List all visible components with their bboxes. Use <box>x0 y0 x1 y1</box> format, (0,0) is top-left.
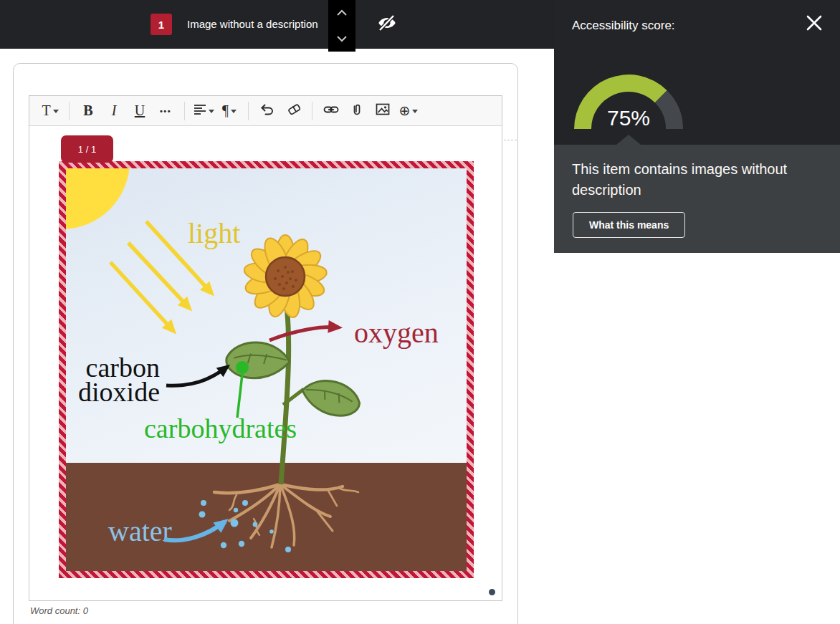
insert-more-button[interactable]: ⊕ <box>396 99 421 123</box>
toolbar-divider <box>248 102 249 120</box>
align-button[interactable] <box>191 99 216 123</box>
underline-icon: U <box>135 102 145 119</box>
message-notch <box>616 135 641 145</box>
paragraph-icon: ¶ <box>222 102 229 119</box>
close-icon <box>805 14 824 35</box>
chevron-down-icon <box>209 110 214 113</box>
chevron-down-icon <box>336 32 348 45</box>
close-button[interactable] <box>801 11 827 37</box>
bold-button[interactable]: B <box>76 99 100 123</box>
link-icon <box>323 104 339 118</box>
text-style-button[interactable]: T <box>38 99 62 123</box>
more-formatting-button[interactable]: ••• <box>153 99 178 123</box>
photosynthesis-diagram: light <box>66 168 467 571</box>
issue-position-badge: 1 / 1 <box>61 135 113 163</box>
underline-button[interactable]: U <box>128 99 152 123</box>
text-style-icon: T <box>42 102 50 119</box>
light-label: light <box>188 217 240 249</box>
carbohydrates-label: carbohydrates <box>144 413 297 443</box>
what-this-means-button[interactable]: What this means <box>573 212 685 238</box>
issue-message: This item contains images without descri… <box>572 159 816 201</box>
italic-icon: I <box>112 102 117 119</box>
diagram-canvas: light <box>66 168 467 571</box>
left-leaf <box>224 337 291 382</box>
stem <box>281 296 289 484</box>
hide-issues-button[interactable] <box>374 12 400 37</box>
insert-image-button[interactable] <box>371 99 395 123</box>
image-icon <box>376 103 390 118</box>
insert-link-button[interactable] <box>319 99 343 123</box>
eye-slash-icon <box>376 14 398 35</box>
align-left-icon <box>194 104 206 118</box>
issue-count-badge: 1 <box>151 14 172 35</box>
attach-file-button[interactable] <box>345 99 369 123</box>
issue-nav <box>328 0 355 52</box>
water-label: water <box>108 515 172 547</box>
oxygen-label: oxygen <box>354 317 439 349</box>
toolbar-divider <box>312 102 312 120</box>
previous-issue-button[interactable] <box>328 0 355 26</box>
editor-toolbar: T B I U ••• ¶ <box>29 96 502 126</box>
carbon-dioxide-label-2: dioxide <box>78 377 160 407</box>
rich-text-editor[interactable]: T B I U ••• ¶ <box>29 95 502 601</box>
sunflower <box>243 235 328 320</box>
toolbar-divider <box>69 102 70 120</box>
carbohydrates-line <box>237 374 242 418</box>
bold-icon: B <box>83 102 92 119</box>
chevron-down-icon <box>53 110 59 113</box>
right-leaf <box>298 370 365 424</box>
eraser-icon <box>286 103 300 119</box>
chevron-down-icon <box>231 110 237 113</box>
message-section: This item contains images without descri… <box>554 145 840 253</box>
issue-title: Image without a description <box>187 18 318 30</box>
carbon-dioxide-arrow <box>166 367 227 385</box>
ellipsis-icon: ••• <box>160 107 171 115</box>
accessibility-panel: Accessibility score: 75% This item conta… <box>554 0 840 624</box>
sun <box>66 168 130 229</box>
chevron-up-icon <box>336 6 348 19</box>
italic-button[interactable]: I <box>102 99 126 123</box>
flagged-image[interactable]: light <box>59 161 474 578</box>
score-section: Accessibility score: 75% <box>554 0 840 145</box>
editor-resize-handle[interactable] <box>489 589 495 595</box>
clear-formatting-button[interactable] <box>281 99 305 123</box>
undo-icon <box>260 103 275 119</box>
carbohydrates-dot <box>236 361 249 374</box>
paperclip-icon <box>351 102 363 120</box>
score-value: 75% <box>574 106 683 130</box>
oxygen-arrow <box>269 327 338 340</box>
paragraph-button[interactable]: ¶ <box>217 99 242 123</box>
chevron-down-icon <box>412 110 418 113</box>
word-count: Word count: 0 <box>30 605 88 616</box>
next-issue-button[interactable] <box>328 26 355 52</box>
undo-button[interactable] <box>255 99 280 123</box>
toolbar-divider <box>184 102 185 120</box>
plus-circle-icon: ⊕ <box>399 102 411 119</box>
panel-title: Accessibility score: <box>572 19 675 33</box>
